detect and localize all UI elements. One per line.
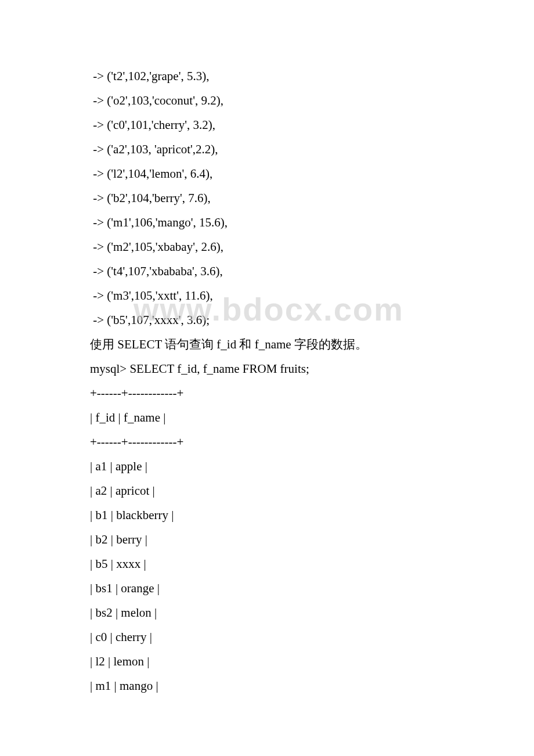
table-row: | m1 | mango | [90,674,534,698]
code-line: -> ('a2',103, 'apricot',2.2), [90,137,534,161]
table-row: | c0 | cherry | [90,625,534,649]
table-row: | b2 | berry | [90,527,534,552]
code-line: -> ('o2',103,'coconut', 9.2), [90,88,534,113]
code-line: mysql> SELECT f_id, f_name FROM fruits; [90,357,534,381]
document-content: -> ('t2',102,'grape', 5.3), -> ('o2',103… [90,64,534,698]
table-row: | l2 | lemon | [90,649,534,674]
code-line: -> ('t2',102,'grape', 5.3), [90,64,534,88]
code-line: -> ('b2',104,'berry', 7.6), [90,186,534,210]
code-line: -> ('l2',104,'lemon', 6.4), [90,161,534,186]
code-line: -> ('b5',107,'xxxx', 3.6); [90,308,534,332]
table-border-line: +------+------------+ [90,430,534,454]
table-row: | b1 | blackberry | [90,503,534,527]
code-line: -> ('t4',107,'xbababa', 3.6), [90,259,534,283]
table-row: | a1 | apple | [90,454,534,478]
table-border-line: +------+------------+ [90,381,534,405]
table-row: | b5 | xxxx | [90,552,534,576]
table-header-line: | f_id | f_name | [90,405,534,430]
description-line: 使用 SELECT 语句查询 f_id 和 f_name 字段的数据。 [90,332,534,357]
code-line: -> ('m1',106,'mango', 15.6), [90,210,534,235]
table-row: | bs1 | orange | [90,576,534,600]
code-line: -> ('m3',105,'xxtt', 11.6), [90,283,534,308]
table-row: | bs2 | melon | [90,600,534,625]
table-row: | a2 | apricot | [90,478,534,503]
code-line: -> ('m2',105,'xbabay', 2.6), [90,235,534,259]
code-line: -> ('c0',101,'cherry', 3.2), [90,113,534,137]
